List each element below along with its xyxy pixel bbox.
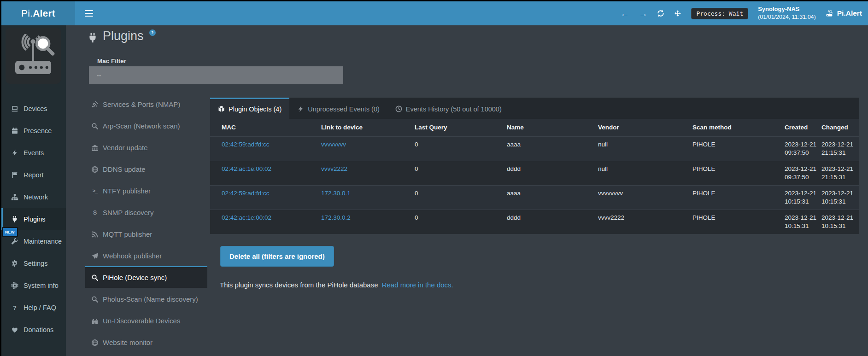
device-link[interactable]: 172.30.0.2 [321,214,351,221]
plugin-description: This plugin syncs devices from the PiHol… [220,281,453,289]
last-query-cell: 0 [415,136,507,161]
sidebar-item-icon [11,326,18,333]
plugin-nav-item[interactable]: Vendor update [85,136,207,158]
plugin-pane: Plugin Objects (4) Unprocessed Events (0… [210,98,859,234]
sidebar-item[interactable]: Presence [1,120,66,142]
created-cell: 2023-12-21 09:37:50 [785,161,821,185]
nav-forward-icon[interactable]: → [639,9,647,18]
mac-link[interactable]: 02:42:59:ad:fd:cc [222,141,270,148]
plugin-nav-item[interactable]: Arp-Scan (Network scan) [85,115,207,136]
sidebar: Devices Presence Events Report Network [1,25,66,356]
sidebar-item[interactable]: Report [1,164,66,186]
tab[interactable]: Plugin Objects (4) [210,98,289,119]
plugin-nav-item-label: Website monitor [103,338,152,346]
plugin-nav-item[interactable]: Un-Discoverable Devices [85,309,207,331]
plugin-nav-item-icon [91,296,99,303]
sidebar-toggle-icon[interactable] [85,10,93,17]
changed-cell: 2023-12-21 21:15:31 [821,136,859,161]
refresh-icon[interactable] [657,10,664,17]
plugin-nav-item-icon [91,317,99,325]
sidebar-item[interactable]: Events [1,142,66,164]
plugin-nav-item[interactable]: DDNS update [85,158,207,180]
plugin-nav-item-icon: S [91,209,99,216]
device-link[interactable]: 172.30.0.1 [321,190,351,197]
sidebar-item[interactable]: ? Help / FAQ [1,297,66,319]
sidebar-item-icon [11,193,18,201]
sidebar-item-label: Network [23,193,48,201]
tab-label: Plugin Objects (4) [229,105,282,113]
plugin-nav-item[interactable]: MQTT publisher [85,223,207,245]
plugin-nav: Services & Ports (NMAP) Arp-Scan (Networ… [85,93,207,353]
mac-link[interactable]: 02:42:ac:1e:00:02 [222,165,271,172]
plugin-nav-item[interactable]: Pholus-Scan (Name discovery) [85,288,207,309]
plugin-nav-item-label: DDNS update [103,165,146,173]
sidebar-item-icon: ? [11,304,18,311]
plugin-nav-item[interactable]: >_ NTFY publisher [85,180,207,201]
tab[interactable]: Unprocessed Events (0) [289,98,387,119]
plugin-nav-item[interactable]: Services & Ports (NMAP) [85,93,207,115]
router-icon [826,10,833,17]
scan-method-cell: PIHOLE [692,210,785,234]
sidebar-item-label: Maintenance [23,238,62,245]
name-cell: aaaa [507,136,598,161]
plugin-nav-item-label: MQTT publisher [103,230,152,238]
col-header-changed: Changed [821,119,859,136]
plugin-nav-item-label: NTFY publisher [103,187,151,195]
mac-link[interactable]: 02:42:59:ad:fd:cc [222,190,270,197]
mac-link[interactable]: 02:42:ac:1e:00:02 [222,214,271,221]
sidebar-item-label: Devices [23,105,47,112]
sidebar-item[interactable]: Settings [1,252,66,274]
sidebar-item[interactable]: System info [1,274,66,297]
col-header-scan-method: Scan method [692,119,785,136]
plugin-nav-item-icon [91,144,99,152]
move-icon[interactable] [674,10,681,17]
name-cell: aaaa [507,185,598,210]
host-info: Synology-NAS (01/01/2024, 11:31:04) [758,5,816,22]
col-header-created: Created [785,119,821,136]
col-header-last-query: Last Query [415,119,507,136]
sidebar-logo [6,28,61,84]
plugin-nav-item[interactable]: Website monitor [85,331,207,353]
tab-bar: Plugin Objects (4) Unprocessed Events (0… [210,98,859,119]
sidebar-item-icon [11,105,18,112]
last-query-cell: 0 [415,210,507,234]
plugin-nav-item[interactable]: PiHole (Device sync) [85,266,207,288]
table-row: 02:42:59:ad:fd:cc vvvvvvvv 0 aaaa null P… [210,136,859,161]
plugin-nav-item-icon [91,339,99,346]
plugin-nav-item-label: Vendor update [103,144,148,152]
created-cell: 2023-12-21 10:15:31 [785,185,821,210]
plugin-nav-item[interactable]: Webhook publisher [85,245,207,266]
topbar: Pi.Alert ← → Process: Wait Synology-NAS … [1,1,868,25]
nav-back-icon[interactable]: ← [620,9,629,18]
sidebar-item-icon [11,238,18,245]
plugin-nav-item-icon [91,231,99,238]
docs-link[interactable]: Read more in the docs. [382,281,453,289]
tab-icon [395,105,402,112]
help-badge-icon[interactable]: ? [149,29,156,36]
sidebar-item-label: Events [23,149,44,157]
plugin-description-text: This plugin syncs devices from the PiHol… [220,281,378,289]
device-link[interactable]: vvvvvvvv [321,141,346,148]
created-cell: 2023-12-21 10:15:31 [785,210,821,234]
tab[interactable]: Events History (50 out of 10000) [387,98,510,119]
mac-filter-input[interactable] [89,66,343,84]
plugin-nav-item[interactable]: S SNMP discovery [85,201,207,223]
sidebar-item[interactable]: Donations [1,319,66,341]
plugin-nav-item-label: Services & Ports (NMAP) [103,100,180,108]
plugin-nav-item-icon [91,252,99,260]
last-query-cell: 0 [415,161,507,185]
sidebar-item[interactable]: Network [1,186,66,208]
scan-method-cell: PIHOLE [692,161,785,185]
device-link[interactable]: vvvv2222 [321,165,347,172]
name-cell: dddd [507,161,598,185]
host-timestamp: (01/01/2024, 11:31:04) [758,13,816,22]
sidebar-item[interactable]: Devices [1,98,66,120]
brand-suffix: Alert [33,8,55,19]
delete-all-button[interactable]: Delete all (filters are ignored) [220,246,334,267]
plugin-nav-item-icon [91,166,99,173]
brand-logo[interactable]: Pi.Alert [1,1,75,25]
tab-label: Unprocessed Events (0) [308,105,380,113]
sidebar-item-label: Report [23,171,44,179]
table-row: 02:42:59:ad:fd:cc 172.30.0.1 0 aaaa vvvv… [210,185,859,210]
vendor-cell: null [598,161,692,185]
